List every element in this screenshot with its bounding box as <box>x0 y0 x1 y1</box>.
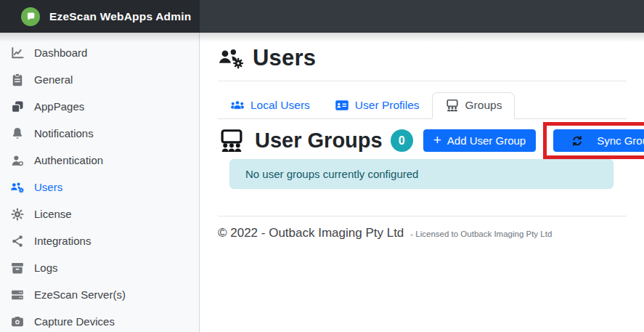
tab-label: Groups <box>465 99 502 112</box>
plus-icon: + <box>433 133 441 147</box>
sidebar-item-label: Integrations <box>34 235 91 247</box>
sidebar-item-users[interactable]: Users <box>0 174 199 201</box>
tab-local-users[interactable]: Local Users <box>218 92 322 119</box>
id-card-icon <box>335 99 349 112</box>
sync-groups-label: Sync Groups <box>597 134 644 147</box>
clone-icon <box>10 100 25 114</box>
sidebar-item-label: Users <box>34 181 62 193</box>
sync-icon <box>563 135 591 147</box>
sidebar-item-label: Authentication <box>34 154 103 166</box>
add-user-group-button[interactable]: + Add User Group <box>423 129 537 152</box>
title-divider <box>218 81 627 81</box>
group-count-badge: 0 <box>391 129 413 152</box>
add-user-group-label: Add User Group <box>447 134 526 147</box>
screen-users-icon <box>218 129 245 153</box>
screen-users-icon <box>445 99 460 112</box>
bell-icon <box>10 126 25 141</box>
groups-tab-pane: User Groups 0 + Add User Group Sync Grou… <box>218 119 627 189</box>
sidebar-item-label: General <box>34 73 73 86</box>
server-icon <box>10 288 25 302</box>
sidebar-item-logs[interactable]: Logs <box>0 254 199 281</box>
footer-divider <box>218 216 627 216</box>
box-archive-icon <box>10 261 25 275</box>
tab-label: User Profiles <box>355 99 420 112</box>
copyright-text: © 2022 - Outback Imaging Pty Ltd <box>218 226 404 240</box>
sync-groups-button[interactable]: Sync Groups <box>553 129 644 152</box>
sidebar-item-license[interactable]: License <box>0 201 199 227</box>
users-tabs: Local Users User Profiles Groups <box>218 92 627 119</box>
tab-user-profiles[interactable]: User Profiles <box>322 92 432 119</box>
sidebar-item-ezescan-servers[interactable]: EzeScan Server(s) <box>0 281 199 308</box>
sidebar-item-authentication[interactable]: Authentication <box>0 147 199 174</box>
page-title-text: Users <box>253 45 316 71</box>
top-navbar: EzeScan WebApps Admin <box>0 0 644 33</box>
sidebar-item-dashboard[interactable]: Dashboard <box>0 39 199 66</box>
sidebar-item-label: EzeScan Server(s) <box>34 288 126 301</box>
sidebar-item-apppages[interactable]: AppPages <box>0 93 199 120</box>
cog-icon <box>10 207 25 222</box>
user-badge-icon <box>10 153 25 168</box>
tab-label: Local Users <box>250 99 310 112</box>
tab-groups[interactable]: Groups <box>432 92 515 119</box>
sidebar-item-label: Notifications <box>34 127 94 139</box>
chart-line-icon <box>10 46 25 60</box>
app-title: EzeScan WebApps Admin <box>49 10 191 23</box>
sidebar-nav: Dashboard General AppPages Notifications… <box>0 33 200 332</box>
main-content: Users Local Users User Profiles Groups <box>200 33 644 332</box>
camera-icon <box>10 315 25 329</box>
sidebar-item-general[interactable]: General <box>0 66 199 93</box>
sidebar-item-capture-devices[interactable]: Capture Devices <box>0 308 199 332</box>
sidebar-item-notifications[interactable]: Notifications <box>0 120 199 147</box>
page-title: Users <box>218 45 627 71</box>
sidebar-item-label: Dashboard <box>34 46 87 59</box>
sidebar-item-integrations[interactable]: Integrations <box>0 227 199 254</box>
share-nodes-icon <box>10 234 25 248</box>
ezescan-logo-icon <box>21 7 40 26</box>
licensed-to-text: - Licensed to Outback Imaging Pty Ltd <box>410 230 552 238</box>
clipboard-icon <box>10 73 25 87</box>
users-icon <box>230 99 245 112</box>
users-gear-icon <box>218 46 245 70</box>
sidebar-item-label: Logs <box>34 262 58 274</box>
sidebar-item-label: License <box>34 208 72 220</box>
footer-text: © 2022 - Outback Imaging Pty Ltd - Licen… <box>218 226 627 240</box>
empty-groups-alert: No user groups currently configured <box>229 159 614 189</box>
red-highlight-annotation: Sync Groups <box>543 122 644 159</box>
user-groups-header: User Groups 0 + Add User Group Sync Grou… <box>218 129 627 153</box>
users-gear-icon <box>10 180 25 195</box>
page-footer: © 2022 - Outback Imaging Pty Ltd - Licen… <box>218 216 627 240</box>
navbar-brand[interactable]: EzeScan WebApps Admin <box>0 0 200 33</box>
section-title: User Groups <box>255 129 383 153</box>
sidebar-item-label: Capture Devices <box>34 315 115 328</box>
sidebar-item-label: AppPages <box>34 100 84 113</box>
